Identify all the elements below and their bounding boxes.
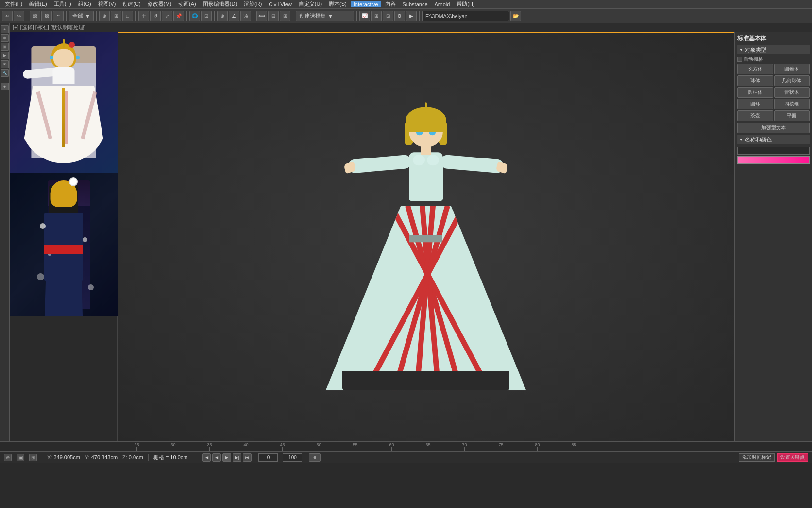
next-frame-button[interactable]: ▶| xyxy=(233,453,241,462)
menu-group[interactable]: 组(G) xyxy=(75,0,94,8)
align-button[interactable]: ⊟ xyxy=(268,11,279,21)
set-key-button[interactable]: 设置关键点 xyxy=(777,453,808,462)
menu-customize[interactable]: 自定义(U) xyxy=(296,0,325,8)
char-hand-right xyxy=(495,161,508,174)
char-dress xyxy=(321,206,530,390)
selection-set-dropdown[interactable]: 创建选择集 ▼ xyxy=(296,11,354,21)
filter-dropdown[interactable]: 全部 ▼ xyxy=(69,11,94,21)
color-swatch[interactable] xyxy=(737,156,810,164)
menu-create[interactable]: 创建(C) xyxy=(119,0,143,8)
go-to-start-button[interactable]: |◀ xyxy=(202,453,211,462)
pivot-button[interactable]: ⊡ xyxy=(201,11,212,21)
bind-button[interactable]: ~ xyxy=(53,11,64,21)
select-button[interactable]: ⊕ xyxy=(99,11,110,21)
redo-button[interactable]: ↪ xyxy=(14,11,24,21)
tool-motion[interactable]: ▶ xyxy=(1,52,9,59)
timeline-ruler[interactable]: 25 30 35 40 45 50 xyxy=(2,442,810,451)
name-input[interactable] xyxy=(737,147,810,155)
timeline-bar: 25 30 35 40 45 50 xyxy=(0,441,812,451)
extended-text-button[interactable]: 加强型文本 xyxy=(737,123,810,133)
browse-button[interactable]: 📂 xyxy=(510,11,521,21)
link-button[interactable]: ⛓ xyxy=(30,11,40,21)
menu-substance[interactable]: Substance xyxy=(400,1,431,7)
menu-script[interactable]: 脚本(S) xyxy=(326,0,350,8)
ref-coord-button[interactable]: 🌐 xyxy=(189,11,200,21)
torus-button[interactable]: 圆环 xyxy=(737,99,773,109)
status-icon-1[interactable]: ⊕ xyxy=(4,454,12,461)
place-button[interactable]: 📌 xyxy=(173,11,184,21)
mirror-button[interactable]: ⟺ xyxy=(256,11,267,21)
tool-display[interactable]: 👁 xyxy=(1,60,9,68)
char-waist xyxy=(409,235,442,242)
thumbnail-1[interactable] xyxy=(10,32,118,173)
pyramid-button[interactable]: 四棱锥 xyxy=(774,99,810,109)
menu-arnold[interactable]: Arnold xyxy=(432,1,453,7)
prev-frame-button[interactable]: ◀ xyxy=(212,453,221,462)
char-chest-left xyxy=(413,155,425,165)
scale-button[interactable]: ⤢ xyxy=(162,11,172,21)
ruler-tick-80 xyxy=(537,447,538,451)
status-sep-1 xyxy=(42,454,42,461)
schematic-button[interactable]: ⊞ xyxy=(371,11,382,21)
geosphere-button[interactable]: 几何球体 xyxy=(774,75,810,86)
layer-button[interactable]: ⊞ xyxy=(280,11,290,21)
menu-tools[interactable]: 工具(T) xyxy=(51,0,74,8)
curve-editor-button[interactable]: 📈 xyxy=(359,11,370,21)
menu-animation[interactable]: 动画(A) xyxy=(175,0,199,8)
tool-hierarchy[interactable]: ⊞ xyxy=(1,43,9,51)
angle-snap-button[interactable]: ∠ xyxy=(229,11,239,21)
thumbnail-panel xyxy=(10,32,118,441)
panel-title: 标准基本体 xyxy=(737,35,810,43)
name-color-header[interactable]: ▼ 名称和颜色 xyxy=(737,135,810,144)
ruler-mark-55: 55 xyxy=(337,442,373,451)
unlink-button[interactable]: ⛓ xyxy=(41,11,52,21)
status-icon-2[interactable]: ▣ xyxy=(17,454,24,461)
add-key-button[interactable]: ⊕ xyxy=(309,453,321,462)
auto-grid-checkbox[interactable] xyxy=(737,57,742,62)
menu-help[interactable]: 帮助(H) xyxy=(454,0,477,8)
tool-modify[interactable]: ⊕ xyxy=(1,34,9,42)
box-button[interactable]: 长方体 xyxy=(737,64,773,74)
main-toolbar: ↩ ↪ ⛓ ⛓ ~ 全部 ▼ ⊕ ⊞ □ ✛ ↺ ⤢ 📌 🌐 ⊡ ⊕ ∠ % ⟺… xyxy=(0,9,812,23)
menu-render[interactable]: 渲染(R) xyxy=(241,0,265,8)
tool-create[interactable]: + xyxy=(1,25,9,33)
menu-content[interactable]: 内容 xyxy=(382,0,399,8)
teapot-button[interactable]: 茶壶 xyxy=(737,110,773,121)
toolbar-sep-8 xyxy=(293,11,293,21)
material-editor-button[interactable]: ⊡ xyxy=(383,11,393,21)
frame-input[interactable]: 0 xyxy=(258,453,278,462)
go-to-end-button[interactable]: ⏭ xyxy=(243,453,252,462)
undo-button[interactable]: ↩ xyxy=(2,11,13,21)
cone-button[interactable]: 圆锥体 xyxy=(774,64,810,74)
menu-file[interactable]: 文件(F) xyxy=(2,0,25,8)
object-type-header[interactable]: ▼ 对象类型 xyxy=(737,45,810,54)
add-time-tag-button[interactable]: 添加时间标记 xyxy=(739,453,775,462)
tool-utilities[interactable]: 🔧 xyxy=(1,69,9,77)
tube-button[interactable]: 管状体 xyxy=(774,87,810,98)
menu-civil-view[interactable]: Civil View xyxy=(266,1,294,7)
menu-view[interactable]: 视图(V) xyxy=(95,0,119,8)
plane-button[interactable]: 平面 xyxy=(774,110,810,121)
region-select-button[interactable]: ⊞ xyxy=(111,11,121,21)
menu-edit[interactable]: 编辑(E) xyxy=(26,0,50,8)
menu-interactive[interactable]: Interactive xyxy=(351,1,381,7)
render-button[interactable]: ▶ xyxy=(406,11,417,21)
play-button[interactable]: ▶ xyxy=(222,453,231,462)
toolbar-sep-10 xyxy=(419,11,420,21)
move-button[interactable]: ✛ xyxy=(138,11,149,21)
menu-graph-editor[interactable]: 图形编辑器(D) xyxy=(200,0,240,8)
ruler-mark-35: 35 xyxy=(191,442,228,451)
percent-snap-button[interactable]: % xyxy=(240,11,251,21)
tool-extra1[interactable]: ★ xyxy=(1,83,9,90)
snap-button[interactable]: ⊕ xyxy=(217,11,228,21)
char-arm-right xyxy=(440,155,504,174)
thumbnail-2[interactable] xyxy=(10,173,118,316)
viewport-3d[interactable] xyxy=(118,32,734,441)
rotate-button[interactable]: ↺ xyxy=(150,11,161,21)
menu-modifier[interactable]: 修改器(M) xyxy=(145,0,175,8)
sphere-button[interactable]: 球体 xyxy=(737,75,773,86)
select-by-button[interactable]: □ xyxy=(122,11,133,21)
status-icon-3[interactable]: ⊞ xyxy=(29,454,37,461)
render-setup-button[interactable]: ⚙ xyxy=(394,11,405,21)
cylinder-button[interactable]: 圆柱体 xyxy=(737,87,773,98)
